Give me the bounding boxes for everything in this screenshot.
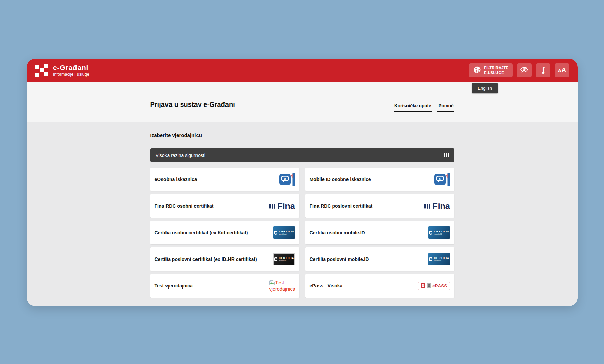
brand-title: e-Građani xyxy=(53,64,89,71)
credential-logo: ePASS xyxy=(418,282,450,290)
security-level-group-bar[interactable]: Visoka razina sigurnosti xyxy=(150,148,454,162)
lock-icon xyxy=(421,283,425,288)
certilia-c-icon xyxy=(429,257,433,261)
credential-logo: CERTILIAcertifikat xyxy=(273,226,295,239)
brand-text: e-Građani Informacije i usluge xyxy=(53,64,89,77)
certilia-logo: CERTILIAcertifikat xyxy=(273,226,295,239)
credential-label: Certilia osobni mobile.ID xyxy=(310,230,365,235)
font-size-button[interactable]: AA xyxy=(555,63,569,77)
credential-card-test-vjerodajnica[interactable]: Test vjerodajnica Test vjerodajnica xyxy=(150,274,299,298)
certilia-c-icon xyxy=(429,231,433,235)
subheader: English Prijava u sustav e-Građani Koris… xyxy=(27,82,578,122)
certilia-logo: CERTILIAcertifikat xyxy=(273,253,295,265)
epass-logo: ePASS xyxy=(418,282,450,290)
filter-button-line2: E-USLUGE xyxy=(484,70,508,75)
certilia-logo: CERTILIAmobileID xyxy=(428,253,450,265)
credential-label: Test vjerodajnica xyxy=(155,283,193,289)
lock-icon xyxy=(427,283,431,288)
eid-logo: e xyxy=(434,173,450,186)
credential-card-eosobna-iskaznica[interactable]: eOsobna iskaznica e xyxy=(150,168,299,191)
fina-bars-icon xyxy=(269,204,276,209)
credential-label: ePass - Visoka xyxy=(310,283,343,289)
credential-logo: e xyxy=(434,173,450,186)
nias-login-page: e-Građani Informacije i usluge xyxy=(27,59,578,306)
credential-card-mobile-id-osobne-iskaznice[interactable]: Mobile ID osobne iskaznice e xyxy=(305,168,454,191)
certilia-logo: CERTILIAmobileID xyxy=(428,226,450,239)
broken-image-placeholder: Test vjerodajnica xyxy=(269,280,295,292)
filter-button-line1: FILTRIRAJTE xyxy=(484,65,508,70)
brand-subtitle: Informacije i usluge xyxy=(53,72,89,77)
font-size-aa-icon: AA xyxy=(558,66,566,74)
credentials-grid: eOsobna iskaznica e Mobile ID osobne isk… xyxy=(150,168,454,298)
credential-logo: Fina xyxy=(269,202,295,210)
e-gradani-checkerboard-icon xyxy=(35,64,49,77)
section-heading: Izaberite vjerodajnicu xyxy=(150,122,454,138)
app-header: e-Građani Informacije i usluge xyxy=(27,59,578,82)
fina-logo: Fina xyxy=(424,202,450,210)
credential-card-fina-rdc-osobni-certifikat[interactable]: Fina RDC osobni certifikat Fina xyxy=(150,194,299,218)
credential-label: Fina RDC poslovni certifikat xyxy=(310,203,373,209)
eye-slash-icon xyxy=(520,66,529,74)
certilia-c-icon xyxy=(274,231,278,235)
link-korisnicke-upute[interactable]: Korisničke upute xyxy=(394,103,432,112)
svg-text:e: e xyxy=(284,176,286,181)
credential-logo: CERTILIAmobileID xyxy=(428,226,450,239)
credential-label: Mobile ID osobne iskaznice xyxy=(310,177,371,182)
dyslexia-glyph-icon: ʄ xyxy=(542,66,545,74)
list-bars-icon xyxy=(444,153,449,157)
credential-logo: e xyxy=(279,173,295,186)
credential-label: Fina RDC osobni certifikat xyxy=(155,203,214,209)
credential-card-certilia-osobni-certifikat-ex-kid-certifikat[interactable]: Certilia osobni certifikat (ex Kid certi… xyxy=(150,221,299,244)
header-actions: FILTRIRAJTE E-USLUGE ʄ AA xyxy=(469,63,569,77)
language-button[interactable]: English xyxy=(472,83,498,93)
dyslexia-font-button[interactable]: ʄ xyxy=(536,63,550,77)
globe-mosaic-icon xyxy=(473,66,481,75)
credential-logo: CERTILIAmobileID xyxy=(428,253,450,265)
credential-label: Certilia poslovni mobile.ID xyxy=(310,256,369,262)
credential-card-certilia-poslovni-mobile-id[interactable]: Certilia poslovni mobile.ID CERTILIAmobi… xyxy=(305,247,454,271)
credential-card-fina-rdc-poslovni-certifikat[interactable]: Fina RDC poslovni certifikat Fina xyxy=(305,194,454,218)
content-area: Izaberite vjerodajnicu Visoka razina sig… xyxy=(27,122,578,306)
credential-label: Certilia poslovni certifikat (ex ID.HR c… xyxy=(155,256,257,262)
broken-image-icon xyxy=(269,280,275,285)
help-links: Korisničke upute Pomoć xyxy=(394,103,454,112)
credential-label: Certilia osobni certifikat (ex Kid certi… xyxy=(155,230,248,235)
fina-logo: Fina xyxy=(269,202,295,210)
fina-bars-icon xyxy=(424,204,431,209)
group-bar-label: Visoka razina sigurnosti xyxy=(156,153,206,158)
contrast-toggle-button[interactable] xyxy=(517,63,532,77)
credential-card-certilia-poslovni-certifikat-ex-id-hr-certifikat[interactable]: Certilia poslovni certifikat (ex ID.HR c… xyxy=(150,247,299,271)
page-title: Prijava u sustav e-Građani xyxy=(150,101,235,109)
credential-card-certilia-osobni-mobile-id[interactable]: Certilia osobni mobile.ID CERTILIAmobile… xyxy=(305,221,454,244)
eid-logo: e xyxy=(279,173,295,186)
credential-logo: Fina xyxy=(424,202,450,210)
credential-card-epass-visoka[interactable]: ePass - Visoka ePASS xyxy=(305,274,454,298)
svg-text:e: e xyxy=(439,176,441,181)
e-gradani-brand[interactable]: e-Građani Informacije i usluge xyxy=(35,64,89,77)
credential-logo: Test vjerodajnica xyxy=(269,280,295,292)
credential-label: eOsobna iskaznica xyxy=(155,177,197,182)
link-pomoc[interactable]: Pomoć xyxy=(437,103,454,112)
credential-logo: CERTILIAcertifikat xyxy=(273,253,295,265)
certilia-c-icon xyxy=(274,257,278,261)
filter-eservices-button[interactable]: FILTRIRAJTE E-USLUGE xyxy=(469,63,513,77)
